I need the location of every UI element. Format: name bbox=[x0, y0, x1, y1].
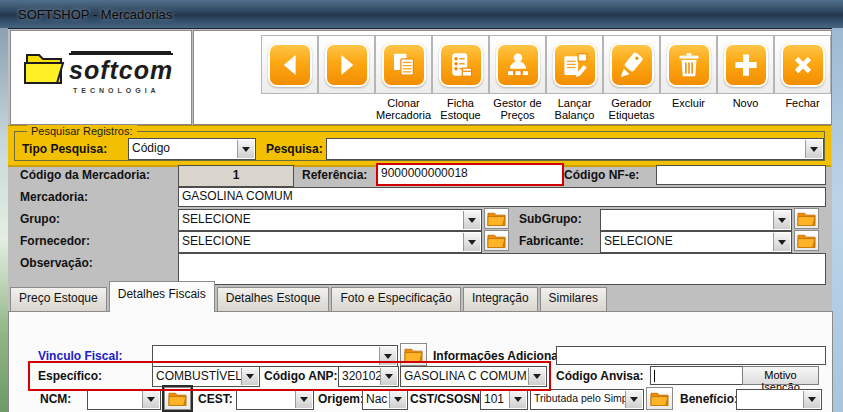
clonar-mercadoria-button[interactable] bbox=[375, 35, 432, 94]
grupo-combo[interactable]: SELECIONE bbox=[178, 209, 482, 231]
observacao-textarea[interactable] bbox=[178, 253, 826, 285]
window-border-left bbox=[0, 28, 8, 412]
plus-icon bbox=[731, 50, 761, 80]
gestor-precos-button[interactable] bbox=[489, 35, 546, 94]
dropdown-arrow-icon[interactable] bbox=[773, 211, 790, 229]
cst-csosn-label: CST/CSOSN: bbox=[410, 392, 484, 406]
novo-button[interactable] bbox=[717, 35, 774, 94]
fabricante-label: Fabricante: bbox=[519, 234, 584, 248]
codigo-anp-combo[interactable]: 32010200 bbox=[338, 366, 399, 387]
simples-combo[interactable]: Tributada pelo Simples bbox=[530, 389, 644, 410]
subgrupo-label: SubGrupo: bbox=[519, 212, 582, 226]
next-button[interactable] bbox=[318, 35, 375, 94]
tipo-pesquisa-combo[interactable]: Código bbox=[128, 138, 256, 160]
grupo-value: SELECIONE bbox=[182, 212, 464, 226]
dropdown-arrow-icon[interactable] bbox=[241, 368, 258, 385]
tab-integracao[interactable]: Integração bbox=[463, 287, 538, 312]
fornecedor-lookup-button[interactable] bbox=[484, 230, 509, 251]
tipo-pesquisa-value: Código bbox=[132, 141, 238, 155]
fornecedor-combo[interactable]: SELECIONE bbox=[178, 231, 482, 253]
codigo-nfe-input[interactable] bbox=[656, 165, 826, 185]
gerador-etiquetas-button[interactable] bbox=[603, 35, 660, 94]
vinculo-fiscal-label: Vinculo Fiscal: bbox=[38, 349, 122, 363]
dropdown-arrow-icon[interactable] bbox=[295, 391, 312, 408]
window-title: SOFTSHOP - Mercadorias bbox=[18, 7, 172, 22]
arrow-left-icon bbox=[275, 50, 305, 80]
codigo-mercadoria-value: 1 bbox=[178, 165, 294, 187]
previous-button[interactable] bbox=[261, 35, 318, 94]
toolbar-label: Gerador Etiquetas bbox=[603, 97, 660, 121]
dropdown-arrow-icon[interactable] bbox=[237, 140, 254, 158]
grupo-label: Grupo: bbox=[20, 212, 60, 226]
tab-similares[interactable]: Similares bbox=[540, 287, 607, 312]
dropdown-arrow-icon[interactable] bbox=[389, 391, 406, 408]
balance-entry-icon bbox=[560, 50, 590, 80]
dropdown-arrow-icon[interactable] bbox=[509, 391, 526, 408]
ficha-estoque-button[interactable] bbox=[432, 35, 489, 94]
folder-icon bbox=[797, 233, 816, 248]
vinculo-fiscal-combo[interactable] bbox=[152, 345, 398, 367]
cest-combo[interactable] bbox=[236, 389, 314, 410]
dropdown-arrow-icon[interactable] bbox=[625, 391, 642, 408]
dropdown-arrow-icon[interactable] bbox=[380, 368, 397, 385]
referencia-input[interactable]: 9000000000018 bbox=[376, 163, 564, 186]
especifico-combo[interactable]: COMBUSTÍVEL bbox=[152, 366, 260, 387]
observacao-label: Observação: bbox=[20, 256, 93, 270]
trash-icon bbox=[674, 50, 704, 80]
toolbar-label: Fechar bbox=[774, 97, 831, 109]
folder-icon bbox=[650, 391, 669, 406]
dropdown-arrow-icon[interactable] bbox=[379, 347, 396, 365]
informacoes-adicionais-input[interactable] bbox=[556, 346, 826, 365]
codigo-anp-value: 32010200 bbox=[342, 369, 381, 383]
subgrupo-combo[interactable] bbox=[600, 209, 792, 231]
mercadoria-input[interactable]: GASOLINA COMUM bbox=[178, 187, 826, 207]
logo-panel: softcom TECNOLOGIA ? Ajuda bbox=[10, 30, 192, 125]
dropdown-arrow-icon[interactable] bbox=[142, 391, 159, 408]
tab-preco-estoque[interactable]: Preço Estoque bbox=[10, 287, 107, 312]
beneficio-combo[interactable] bbox=[736, 389, 822, 410]
fechar-button[interactable] bbox=[774, 35, 831, 94]
ncm-lookup-button[interactable] bbox=[164, 387, 191, 410]
dropdown-arrow-icon[interactable] bbox=[773, 233, 790, 251]
toolbar: Clonar Mercadoria Ficha Estoque Gestor d… bbox=[193, 30, 832, 125]
excluir-button[interactable] bbox=[660, 35, 717, 94]
stock-sheet-icon bbox=[446, 50, 476, 80]
tab-foto-especificacao[interactable]: Foto e Especificação bbox=[331, 287, 460, 312]
motivo-isencao-button[interactable]: Motivo Isenção bbox=[742, 366, 819, 385]
simples-lookup-button[interactable] bbox=[646, 387, 673, 410]
fabricante-lookup-button[interactable] bbox=[794, 230, 819, 251]
beneficio-label: Benefício: bbox=[680, 392, 738, 406]
codigo-anvisa-input[interactable] bbox=[650, 366, 756, 385]
tab-detalhes-estoque[interactable]: Detalhes Estoque bbox=[217, 287, 330, 312]
vinculo-fiscal-lookup-button[interactable] bbox=[400, 343, 427, 366]
fabricante-value: SELECIONE bbox=[604, 234, 774, 248]
toolbar-label: Ficha Estoque bbox=[432, 97, 489, 121]
lancar-balanco-button[interactable] bbox=[546, 35, 603, 94]
ncm-combo[interactable] bbox=[87, 389, 161, 410]
arrow-right-icon bbox=[332, 50, 362, 80]
app-window: SOFTSHOP - Mercadorias softcom TECNOLOGI… bbox=[0, 0, 843, 412]
dropdown-arrow-icon[interactable] bbox=[805, 140, 822, 158]
cst-csosn-combo[interactable]: 101 bbox=[480, 389, 528, 410]
subgrupo-lookup-button[interactable] bbox=[794, 208, 819, 229]
brand-subtitle: TECNOLOGIA bbox=[73, 87, 160, 94]
tab-detalhes-fiscais[interactable]: Detalhes Fiscais bbox=[109, 281, 215, 312]
dropdown-arrow-icon[interactable] bbox=[463, 233, 480, 251]
origem-label: Origem: bbox=[318, 392, 364, 406]
brand-name: softcom bbox=[69, 53, 173, 85]
origem-combo[interactable]: Nac bbox=[362, 389, 408, 410]
dropdown-arrow-icon[interactable] bbox=[528, 368, 545, 385]
dropdown-arrow-icon[interactable] bbox=[803, 391, 820, 408]
codigo-nfe-label: Código NF-e: bbox=[564, 168, 639, 182]
pesquisa-combo[interactable] bbox=[326, 138, 824, 160]
produto-anp-combo[interactable]: GASOLINA C COMUM bbox=[400, 366, 547, 387]
search-band: Pesquisar Registros: Tipo Pesquisa: Códi… bbox=[8, 125, 831, 167]
fabricante-combo[interactable]: SELECIONE bbox=[600, 231, 792, 253]
ncm-label: NCM: bbox=[40, 392, 71, 406]
codigo-anvisa-label: Código Anvisa: bbox=[556, 369, 644, 383]
toolbar-label: Clonar Mercadoria bbox=[375, 97, 432, 121]
title-bar[interactable]: SOFTSHOP - Mercadorias bbox=[0, 0, 843, 29]
codigo-anp-label: Código ANP: bbox=[264, 369, 338, 383]
dropdown-arrow-icon[interactable] bbox=[463, 211, 480, 229]
grupo-lookup-button[interactable] bbox=[484, 208, 509, 229]
